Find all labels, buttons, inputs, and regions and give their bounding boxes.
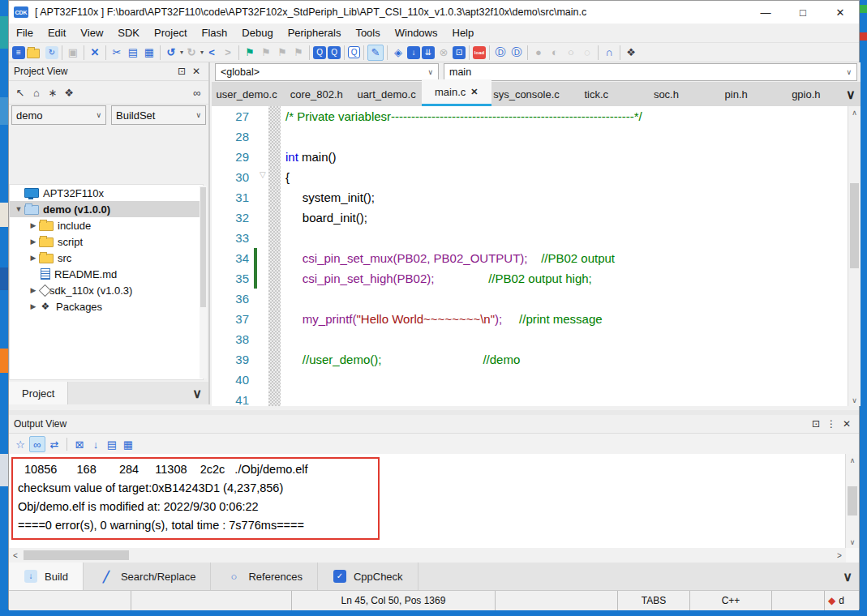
close-button[interactable]: ✕ bbox=[822, 1, 859, 24]
tree-item-src[interactable]: ▶src bbox=[10, 250, 203, 266]
tab-references[interactable]: ○References bbox=[211, 563, 317, 590]
scroll-left-icon[interactable]: < bbox=[9, 551, 22, 560]
expander-icon[interactable]: ▼ bbox=[13, 205, 24, 213]
tab-project[interactable]: Project bbox=[9, 382, 68, 404]
nav-back-icon[interactable]: < bbox=[204, 45, 219, 60]
close-panel-icon[interactable]: ✕ bbox=[189, 66, 204, 77]
code-editor[interactable]: 27/* Private variablesr-----------------… bbox=[212, 106, 848, 406]
bookmark-icon[interactable]: ⚑ bbox=[243, 45, 257, 60]
new-file-icon[interactable]: ≡ bbox=[12, 46, 25, 59]
tab-user_demo-c[interactable]: user_demo.c bbox=[212, 82, 281, 106]
search-in-doc-icon[interactable]: Q bbox=[328, 46, 341, 59]
breakpoint-icon[interactable]: ● bbox=[531, 45, 546, 60]
home-icon[interactable]: ⌂ bbox=[29, 85, 44, 100]
sync-icon[interactable]: ↻ bbox=[45, 46, 58, 59]
tree-item-demo[interactable]: ▼demo (v1.0.0) bbox=[10, 201, 203, 217]
menu-item-edit[interactable]: Edit bbox=[41, 24, 73, 43]
scrollbar-thumb[interactable] bbox=[850, 183, 859, 268]
menu-item-help[interactable]: Help bbox=[445, 24, 482, 43]
dropdown-caret-icon[interactable]: ▾ bbox=[180, 49, 183, 56]
save-icon[interactable]: ▣ bbox=[66, 45, 80, 60]
menu-item-debug[interactable]: Debug bbox=[234, 24, 280, 43]
find-in-files-icon[interactable]: Q bbox=[348, 46, 360, 58]
close-panel-icon[interactable]: ✕ bbox=[839, 418, 854, 430]
expander-icon[interactable]: ▶ bbox=[28, 286, 39, 294]
link-icon[interactable]: ∞ bbox=[190, 85, 204, 100]
tab-search-replace[interactable]: ╱Search/Replace bbox=[84, 563, 212, 590]
tab-build[interactable]: ↓Build bbox=[9, 563, 84, 590]
expander-icon[interactable]: ▶ bbox=[28, 254, 39, 262]
tab-overflow-icon[interactable]: ∨ bbox=[841, 87, 861, 102]
menu-item-file[interactable]: File bbox=[9, 24, 41, 43]
menu-item-tools[interactable]: Tools bbox=[348, 24, 387, 43]
headset-icon[interactable]: ∩ bbox=[602, 45, 616, 60]
output-horizontal-scrollbar[interactable]: < > bbox=[9, 548, 846, 563]
scroll-down-icon[interactable]: ∨ bbox=[848, 394, 861, 406]
close-tab-icon[interactable]: ✕ bbox=[470, 87, 478, 97]
minimize-button[interactable]: — bbox=[747, 1, 784, 24]
tab-pin-h[interactable]: pin.h bbox=[702, 82, 771, 106]
clear-output-icon[interactable]: ⊠ bbox=[72, 437, 87, 451]
tree-item-include[interactable]: ▶include bbox=[10, 217, 203, 233]
panel-menu-icon[interactable]: ⋮ bbox=[823, 418, 839, 430]
bookmark-next-icon[interactable]: ⚑ bbox=[259, 45, 273, 60]
bookmark-prev-icon[interactable]: ⚑ bbox=[275, 45, 290, 60]
vcs-indicator[interactable]: ◆ d bbox=[825, 591, 859, 610]
packages-icon[interactable]: ❖ bbox=[62, 85, 76, 100]
target-dropdown[interactable]: demo ∨ bbox=[11, 105, 106, 125]
scrollbar-thumb[interactable] bbox=[24, 550, 129, 560]
menu-item-sdk[interactable]: SDK bbox=[110, 24, 147, 43]
stop-icon[interactable]: ⊗ bbox=[436, 45, 451, 60]
bookmark-clear-icon[interactable]: ⚑ bbox=[291, 45, 306, 60]
tab-uart_demo-c[interactable]: uart_demo.c bbox=[351, 82, 421, 106]
scroll-up-icon[interactable]: ∧ bbox=[846, 454, 859, 466]
favorite-icon[interactable]: ☆ bbox=[13, 437, 28, 451]
paste-icon[interactable]: ▦ bbox=[142, 45, 157, 60]
tab-soc-h[interactable]: soc.h bbox=[631, 82, 701, 106]
load-icon[interactable]: load bbox=[473, 46, 486, 59]
package-manager-icon[interactable]: ❖ bbox=[624, 45, 638, 60]
flash-download-icon[interactable]: ↓ bbox=[407, 46, 420, 59]
link-icon[interactable]: ∞ bbox=[29, 436, 45, 452]
debug-icon[interactable]: Ⓓ bbox=[493, 45, 508, 60]
scope-dropdown[interactable]: <global> ∨ bbox=[215, 63, 439, 81]
locate-file-icon[interactable]: ↖ bbox=[13, 85, 28, 100]
menu-item-flash[interactable]: Flash bbox=[195, 24, 235, 43]
scroll-up-icon[interactable]: ∧ bbox=[848, 106, 861, 118]
flash-download-all-icon[interactable]: ⇊ bbox=[422, 46, 435, 59]
menu-item-windows[interactable]: Windows bbox=[388, 24, 445, 43]
buildset-dropdown[interactable]: BuildSet ∨ bbox=[111, 105, 206, 125]
tree-item-packages[interactable]: ▶❖Packages bbox=[10, 298, 203, 314]
tree-item-sdk_110x[interactable]: ▶sdk_110x (v1.0.3) bbox=[10, 282, 203, 298]
chevron-down-icon[interactable]: ∨ bbox=[843, 569, 859, 584]
title-bar[interactable]: CDK [ APT32F110x ] F:\board\APT32F110\co… bbox=[9, 1, 859, 24]
fold-collapse-icon[interactable]: ▽ bbox=[260, 170, 266, 179]
debug-alt-icon[interactable]: Ⓓ bbox=[509, 45, 524, 60]
tab-tick-c[interactable]: tick.c bbox=[561, 82, 631, 106]
cut-icon[interactable]: ✂ bbox=[109, 45, 124, 60]
tree-item-script[interactable]: ▶script bbox=[10, 233, 203, 250]
scroll-right-icon[interactable]: > bbox=[833, 551, 846, 560]
float-panel-icon[interactable]: ⊡ bbox=[174, 66, 189, 77]
tab-main-c[interactable]: main.c✕ bbox=[422, 79, 491, 106]
edit-mode-icon[interactable]: ✎ bbox=[367, 45, 384, 61]
copy-output-icon[interactable]: ▤ bbox=[105, 437, 119, 451]
word-wrap-icon[interactable]: ⇄ bbox=[47, 437, 62, 451]
breakpoint-clear-icon[interactable]: ◌ bbox=[580, 45, 594, 60]
chevron-down-icon[interactable]: ∨ bbox=[192, 386, 208, 401]
nav-forward-icon[interactable]: > bbox=[221, 45, 235, 60]
scrollbar-thumb[interactable] bbox=[848, 486, 857, 515]
expander-icon[interactable]: ▶ bbox=[28, 302, 39, 310]
erase-chip-icon[interactable]: ⊡ bbox=[453, 46, 466, 59]
project-tree-scrollbar[interactable] bbox=[200, 186, 207, 379]
output-vertical-scrollbar[interactable]: ∧ ∨ bbox=[845, 454, 859, 548]
float-panel-icon[interactable]: ⊡ bbox=[809, 418, 823, 430]
dropdown-caret-icon[interactable]: ▾ bbox=[200, 49, 204, 56]
tabs-mode-indicator[interactable]: TABS bbox=[618, 591, 690, 610]
paste-output-icon[interactable]: ▦ bbox=[121, 437, 135, 451]
save-output-icon[interactable]: ↓ bbox=[88, 437, 103, 451]
open-folder-icon[interactable] bbox=[27, 45, 44, 60]
editor-vertical-scrollbar[interactable]: ∧ ∨ bbox=[848, 106, 861, 406]
expander-icon[interactable]: ▶ bbox=[28, 221, 39, 229]
search-icon[interactable]: Q bbox=[313, 46, 326, 59]
